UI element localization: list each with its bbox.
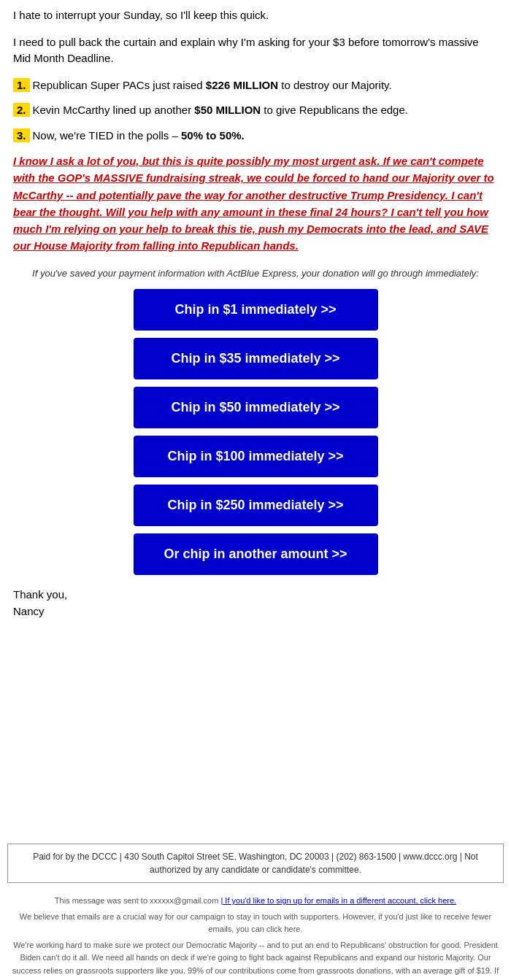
point-1: 1.Republican Super PACs just raised $226…: [13, 77, 498, 94]
footer-paid-by: Paid for by the DCCC | 430 South Capitol…: [7, 844, 504, 883]
footer-working: We're working hard to make sure we prote…: [7, 939, 504, 980]
donate-other-button[interactable]: Or chip in another amount >>: [134, 533, 378, 575]
point-3: 3.Now, we're TIED in the polls – 50% to …: [13, 128, 498, 144]
actblue-note: If you've saved your payment information…: [13, 266, 498, 281]
footer-bottom: This message was sent to xxxxxx@gmail.co…: [0, 890, 511, 980]
intro-paragraph-1: I hate to interrupt your Sunday, so I'll…: [13, 7, 498, 24]
footer-sent-link[interactable]: | If you'd like to sign up for emails in…: [220, 896, 456, 905]
point-2-end: to give Republicans the edge.: [261, 104, 408, 116]
point-3-bold: 50% to 50%.: [181, 129, 245, 142]
intro-paragraph-2: I need to pull back the curtain and expl…: [13, 34, 498, 67]
thank-you-text: Thank you,: [13, 588, 498, 601]
donation-buttons-container: Chip in $1 immediately >> Chip in $35 im…: [13, 289, 498, 575]
point-2-text: Kevin McCarthy lined up another: [33, 104, 195, 116]
point-1-end: to destroy our Majority.: [278, 79, 392, 91]
footer-email-crucial-text: We believe that emails are a crucial way…: [20, 912, 491, 934]
point-3-text: Now, we're TIED in the polls –: [33, 129, 182, 142]
point-1-text: Republican Super PACs just raised: [33, 79, 206, 91]
point-3-badge: 3.: [13, 128, 30, 142]
footer-sent-to: This message was sent to xxxxxx@gmail.co…: [55, 896, 219, 905]
footer-sent-line: This message was sent to xxxxxx@gmail.co…: [7, 895, 504, 908]
point-1-badge: 1.: [13, 78, 30, 92]
point-2-bold: $50 MILLION: [194, 104, 261, 116]
donate-250-button[interactable]: Chip in $250 immediately >>: [134, 485, 378, 526]
signature-text: Nancy: [13, 605, 498, 617]
footer-email-crucial: We believe that emails are a crucial way…: [7, 911, 504, 936]
donate-100-button[interactable]: Chip in $100 immediately >>: [134, 436, 378, 477]
donate-50-button[interactable]: Chip in $50 immediately >>: [134, 387, 378, 428]
spacer: [0, 639, 511, 844]
point-2: 2.Kevin McCarthy lined up another $50 MI…: [13, 102, 498, 119]
point-1-bold: $226 MILLION: [206, 79, 278, 91]
donate-1-button[interactable]: Chip in $1 immediately >>: [134, 289, 378, 331]
donate-35-button[interactable]: Chip in $35 immediately >>: [134, 338, 378, 379]
point-2-badge: 2.: [13, 103, 30, 117]
urgent-paragraph: I know I ask a lot of you, but this is q…: [13, 153, 498, 255]
